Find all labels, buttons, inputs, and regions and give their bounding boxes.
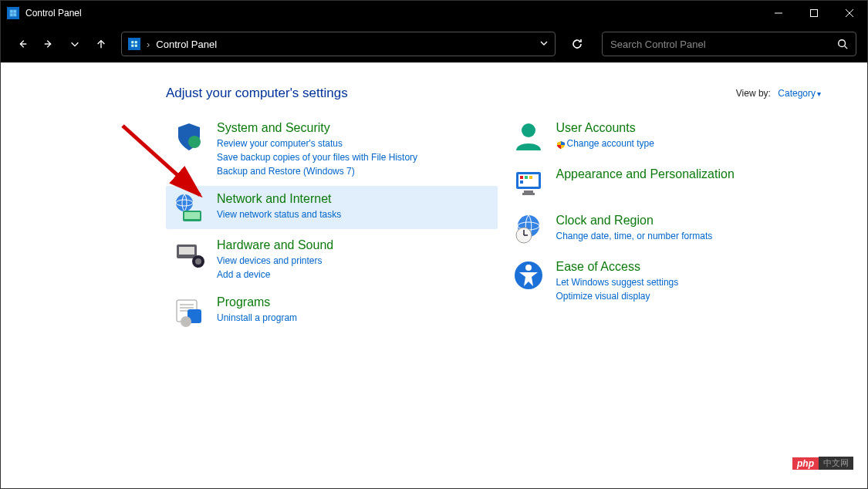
up-button[interactable] <box>90 33 112 55</box>
category-clock-region[interactable]: Clock and RegionChange date, time, or nu… <box>505 207 837 251</box>
page-heading: Adjust your computer's settings <box>166 86 736 101</box>
clock-region-icon <box>512 212 545 246</box>
address-bar[interactable]: › Control Panel <box>121 32 556 56</box>
category-sublink[interactable]: Save backup copies of your files with Fi… <box>217 150 491 164</box>
ease-of-access-icon <box>512 258 545 292</box>
search-input[interactable] <box>610 39 837 50</box>
category-sublink[interactable]: Review your computer's status <box>217 137 491 150</box>
svg-rect-3 <box>10 14 12 16</box>
control-panel-icon <box>128 38 140 50</box>
category-title[interactable]: Clock and Region <box>556 214 831 228</box>
breadcrumb-location[interactable]: Control Panel <box>156 39 217 50</box>
svg-rect-4 <box>14 14 16 16</box>
category-sublink[interactable]: View network status and tasks <box>217 207 491 221</box>
svg-point-48 <box>525 265 532 271</box>
system-security-icon <box>172 120 206 153</box>
network-internet-icon <box>172 191 206 224</box>
category-sublink[interactable]: Backup and Restore (Windows 7) <box>217 164 491 178</box>
svg-point-18 <box>188 136 201 148</box>
programs-icon <box>172 294 206 328</box>
svg-rect-38 <box>529 176 532 179</box>
svg-rect-40 <box>524 191 533 193</box>
category-programs[interactable]: ProgramsUninstall a program <box>166 289 498 332</box>
category-sublink[interactable]: Add a device <box>217 268 491 282</box>
category-sublink[interactable]: Let Windows suggest settings <box>556 275 831 289</box>
right-column: User AccountsChange account typeAppearan… <box>505 115 837 336</box>
svg-rect-1 <box>10 10 12 12</box>
heading-row: Adjust your computer's settings View by:… <box>1 86 867 101</box>
svg-point-32 <box>181 316 191 327</box>
svg-point-19 <box>176 194 193 211</box>
category-sublink[interactable]: Optimize visual display <box>556 289 831 303</box>
search-icon <box>837 39 848 49</box>
control-panel-icon <box>7 7 19 19</box>
content-area: Adjust your computer's settings View by:… <box>1 62 867 488</box>
category-network-internet[interactable]: Network and InternetView network status … <box>166 186 498 229</box>
left-column: System and SecurityReview your computer'… <box>166 115 498 336</box>
view-by-dropdown[interactable]: Category▾ <box>778 88 821 99</box>
category-ease-of-access[interactable]: Ease of AccessLet Windows suggest settin… <box>505 254 837 308</box>
titlebar: Control Panel <box>1 1 867 25</box>
svg-rect-6 <box>811 10 818 17</box>
svg-rect-39 <box>520 180 523 184</box>
svg-rect-14 <box>131 45 133 47</box>
category-sublink[interactable]: Change account type <box>556 137 831 150</box>
svg-point-26 <box>195 258 201 265</box>
category-system-security[interactable]: System and SecurityReview your computer'… <box>166 115 498 183</box>
svg-rect-15 <box>135 45 137 47</box>
svg-rect-22 <box>184 212 200 219</box>
minimize-button[interactable] <box>761 1 796 25</box>
category-title[interactable]: System and Security <box>217 121 491 135</box>
category-title[interactable]: User Accounts <box>556 121 831 135</box>
svg-point-16 <box>839 40 846 47</box>
category-user-accounts[interactable]: User AccountsChange account type <box>505 115 837 158</box>
svg-rect-36 <box>520 176 523 179</box>
recent-locations-button[interactable] <box>64 33 86 55</box>
svg-rect-41 <box>522 193 535 195</box>
category-title[interactable]: Appearance and Personalization <box>556 167 831 181</box>
watermark-cn: 中文网 <box>819 457 853 470</box>
svg-rect-24 <box>179 247 194 255</box>
back-button[interactable] <box>12 33 33 55</box>
navbar: › Control Panel <box>1 25 867 62</box>
category-hardware-sound[interactable]: Hardware and SoundView devices and print… <box>166 232 498 286</box>
category-title[interactable]: Network and Internet <box>217 192 491 206</box>
category-sublink[interactable]: Change date, time, or number formats <box>556 229 831 243</box>
svg-rect-37 <box>525 176 528 179</box>
maximize-button[interactable] <box>796 1 832 25</box>
watermark: php 中文网 <box>792 457 853 470</box>
refresh-button[interactable] <box>565 32 589 56</box>
appearance-icon <box>512 166 545 200</box>
category-title[interactable]: Hardware and Sound <box>217 238 491 252</box>
forward-button[interactable] <box>38 33 59 55</box>
user-accounts-icon <box>512 120 545 153</box>
svg-rect-12 <box>131 41 133 43</box>
window: Control Panel › Control Panel Adjust you… <box>0 0 868 489</box>
svg-point-33 <box>522 123 535 137</box>
uac-shield-icon <box>556 140 566 149</box>
close-button[interactable] <box>832 1 867 25</box>
svg-line-17 <box>845 46 848 49</box>
category-title[interactable]: Programs <box>217 295 491 309</box>
window-controls <box>761 1 867 25</box>
address-dropdown-button[interactable] <box>539 39 549 50</box>
watermark-php: php <box>792 457 819 470</box>
window-title: Control Panel <box>25 8 761 19</box>
category-title[interactable]: Ease of Access <box>556 260 831 274</box>
view-by-label: View by: <box>736 88 771 99</box>
view-by-control: View by: Category▾ <box>736 88 821 99</box>
category-appearance[interactable]: Appearance and Personalization <box>505 161 837 204</box>
search-bar[interactable] <box>602 32 856 56</box>
svg-rect-2 <box>14 10 16 12</box>
svg-rect-13 <box>135 41 137 43</box>
category-sublink[interactable]: Uninstall a program <box>217 311 491 325</box>
category-sublink[interactable]: View devices and printers <box>217 254 491 268</box>
breadcrumb-separator: › <box>147 39 150 50</box>
category-panels: System and SecurityReview your computer'… <box>1 101 867 336</box>
hardware-sound-icon <box>172 237 206 271</box>
